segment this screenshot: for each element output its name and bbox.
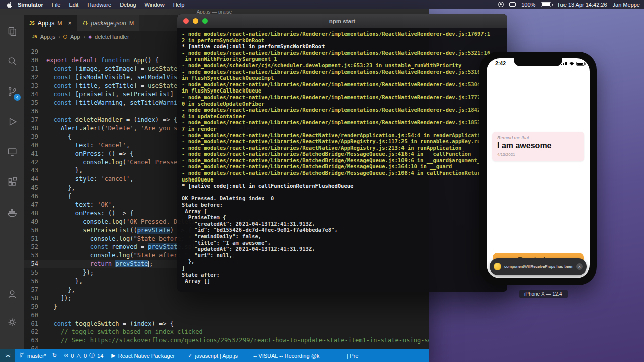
explorer-icon[interactable] xyxy=(0,16,24,46)
menu-help[interactable]: Help xyxy=(173,2,185,8)
code-text: }, xyxy=(46,184,75,192)
run-debug-icon[interactable] xyxy=(0,107,24,137)
breadcrumb-file[interactable]: App.js xyxy=(40,34,56,40)
line-number[interactable]: 58 xyxy=(24,294,46,303)
line-number[interactable]: 38 xyxy=(24,124,46,133)
tab-label: package.json xyxy=(91,20,126,27)
menu-window[interactable]: Window xyxy=(145,2,165,8)
terminal-line: - node_modules/scheduler/cjs/scheduler.d… xyxy=(182,62,503,69)
line-number[interactable]: 29 xyxy=(24,48,46,56)
source-control-icon[interactable]: 4 xyxy=(0,76,24,107)
line-number[interactable]: 62 xyxy=(24,328,46,336)
toast-close-icon[interactable]: × xyxy=(576,263,583,270)
menubar-user[interactable]: Jan Meppe xyxy=(613,2,640,8)
terminal-window[interactable]: npm start - node_modules/react-native/Li… xyxy=(177,14,507,292)
line-number[interactable]: 39 xyxy=(24,133,46,141)
code-line-61[interactable]: 61 const toggleSwitch = (index) => { xyxy=(24,320,429,328)
line-number[interactable]: 42 xyxy=(24,158,46,167)
line-number[interactable]: 46 xyxy=(24,192,46,201)
line-number[interactable]: 35 xyxy=(24,99,46,107)
line-number[interactable]: 49 xyxy=(24,218,46,226)
code-line-62[interactable]: 62 // toggle switch based on index click… xyxy=(24,328,429,336)
docker-icon[interactable] xyxy=(0,197,24,227)
status-icons xyxy=(561,61,585,66)
terminal-line: - node_modules/react-native/Libraries/Re… xyxy=(182,107,503,113)
remote-explorer-icon[interactable] xyxy=(0,137,24,167)
remote-indicator[interactable]: >< xyxy=(0,349,15,362)
js-file-icon: JS xyxy=(29,21,35,26)
search-icon[interactable] xyxy=(0,46,24,76)
breadcrumb-class[interactable]: App xyxy=(70,34,80,40)
line-number[interactable]: 61 xyxy=(24,320,46,328)
line-number[interactable]: 41 xyxy=(24,150,46,158)
code-token: const xyxy=(53,65,75,72)
praise-entry-card[interactable]: Remind me that... I am awesome 4/13/2021 xyxy=(492,132,584,161)
code-line-64[interactable]: 64 xyxy=(24,345,429,349)
menu-file[interactable]: File xyxy=(52,2,61,8)
line-number[interactable]: 50 xyxy=(24,226,46,235)
statusbar-sync[interactable]: ↻ xyxy=(52,352,57,359)
line-number[interactable]: 36 xyxy=(24,107,46,116)
line-number[interactable]: 47 xyxy=(24,201,46,209)
line-number[interactable]: 31 xyxy=(24,65,46,73)
code-token: , xyxy=(130,74,137,81)
tab-packagejson[interactable]: {} package.json M xyxy=(77,15,139,31)
statusbar-git-branch[interactable]: master* xyxy=(19,352,46,359)
line-number[interactable]: 34 xyxy=(24,90,46,99)
line-number[interactable]: 60 xyxy=(24,311,46,320)
terminal-line: in runWithPriority$argument_1 xyxy=(182,56,503,62)
code-line-59[interactable]: 59 } xyxy=(24,303,429,311)
line-number[interactable]: 40 xyxy=(24,141,46,150)
tab-appjs[interactable]: JS App.js M × xyxy=(24,15,77,31)
menubar-clock[interactable]: Tue 13 Apr 14:42:26 xyxy=(557,2,607,8)
line-number[interactable]: 43 xyxy=(24,166,46,175)
statusbar-vim-mode[interactable]: -- VISUAL -- Recording @k xyxy=(253,353,319,359)
terminal-line: ] xyxy=(182,265,503,272)
code-line-58[interactable]: 58 ]); xyxy=(24,294,429,303)
line-number[interactable]: 33 xyxy=(24,82,46,90)
line-number[interactable]: 57 xyxy=(24,286,46,294)
screen-record-icon[interactable] xyxy=(498,2,504,7)
extensions-icon[interactable] xyxy=(0,167,24,197)
line-number[interactable]: 55 xyxy=(24,268,46,277)
line-number[interactable]: 64 xyxy=(24,345,46,349)
statusbar-prettier[interactable]: | Pre xyxy=(347,353,358,359)
warning-toast[interactable]: componentWillReceiveProps has been r... … xyxy=(490,258,587,275)
line-number[interactable]: 63 xyxy=(24,336,46,345)
breadcrumb-method[interactable]: deleteHandler xyxy=(95,34,129,40)
code-text: text: 'Cancel', xyxy=(46,141,130,150)
code-line-63[interactable]: 63 // See: https://stackoverflow.com/que… xyxy=(24,336,429,345)
statusbar-packager[interactable]: ▶React Native Packager xyxy=(111,352,175,359)
code-line-60[interactable]: 60 xyxy=(24,311,429,320)
terminal-output[interactable]: - node_modules/react-native/Libraries/Re… xyxy=(177,28,507,292)
settings-gear-icon[interactable] xyxy=(0,309,24,335)
line-number[interactable]: 52 xyxy=(24,243,46,251)
display-icon[interactable] xyxy=(509,2,516,7)
line-number[interactable]: 37 xyxy=(24,116,46,124)
statusbar-problems[interactable]: ⊘0△0ⓘ14 xyxy=(64,352,103,359)
line-number[interactable]: 56 xyxy=(24,277,46,286)
line-number[interactable]: 32 xyxy=(24,73,46,82)
line-number[interactable]: 48 xyxy=(24,209,46,218)
line-number[interactable]: 53 xyxy=(24,251,46,260)
statusbar-linter[interactable]: ✓javascript | App.js xyxy=(188,352,238,359)
terminal-titlebar[interactable]: npm start xyxy=(177,14,507,28)
code-token: ; xyxy=(149,260,153,267)
menu-simulator[interactable]: Simulator xyxy=(18,2,43,8)
line-number[interactable]: 44 xyxy=(24,175,46,184)
terminal-line: 0 in scheduleUpdateOnFiber xyxy=(182,101,503,107)
code-token: ( xyxy=(123,159,126,166)
menu-hardware[interactable]: Hardware xyxy=(87,2,111,8)
line-number[interactable]: 51 xyxy=(24,235,46,243)
line-number[interactable]: 54 xyxy=(24,260,46,268)
apple-menu-icon[interactable] xyxy=(7,1,13,8)
tab-close-icon[interactable]: × xyxy=(68,20,71,27)
packager-icon: ▶ xyxy=(111,352,115,359)
menu-debug[interactable]: Debug xyxy=(120,2,136,8)
line-number[interactable]: 59 xyxy=(24,303,46,311)
line-number[interactable]: 45 xyxy=(24,184,46,192)
line-number[interactable]: 30 xyxy=(24,56,46,65)
account-icon[interactable] xyxy=(0,281,24,307)
menu-edit[interactable]: Edit xyxy=(69,2,78,8)
terminal-line: * [native code]:null in performSyncWorkO… xyxy=(182,43,503,50)
